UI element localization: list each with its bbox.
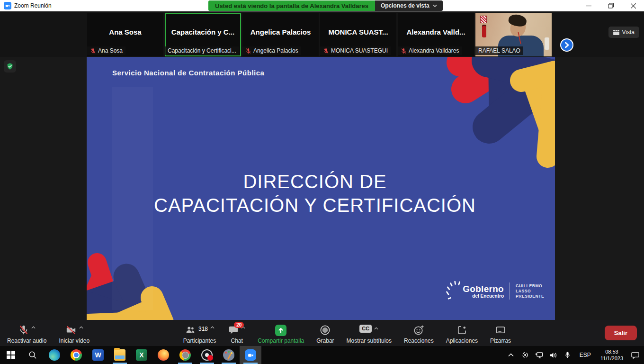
whiteboards-label: Pizarras: [490, 337, 511, 344]
tray-network-icon[interactable]: [533, 346, 546, 364]
grid-view-icon: [613, 30, 619, 35]
shield-check-icon: [6, 63, 14, 70]
paint-palette-icon: [223, 349, 234, 361]
fire-extinguisher: [482, 26, 486, 37]
meeting-toolbar: Reactivar audio Iniciar vídeo 318 Partic…: [0, 320, 644, 346]
participant-label: MONICA SUASTEGUI: [331, 47, 388, 54]
search-icon: [28, 351, 37, 359]
participants-button[interactable]: 318 Participantes: [183, 322, 216, 344]
slide-header: Servicio Nacional de Contratación Públic…: [112, 69, 264, 77]
action-center-icon[interactable]: [629, 346, 641, 364]
chat-button[interactable]: 20 Chat: [228, 322, 245, 344]
shared-screen-slide: Servicio Nacional de Contratación Públic…: [87, 57, 555, 320]
taskbar-clock[interactable]: 08:53 11/1/2023: [597, 348, 627, 362]
participant-name: MONICA SUAST...: [320, 28, 396, 36]
start-video-button[interactable]: Iniciar vídeo: [59, 322, 89, 344]
next-participants-button[interactable]: [560, 38, 573, 52]
participant-tile[interactable]: Ana Sosa Ana Sosa: [87, 13, 163, 56]
taskbar-chrome[interactable]: [65, 346, 87, 364]
security-shield-button[interactable]: [4, 60, 16, 73]
restore-button[interactable]: [604, 0, 618, 11]
participant-tile[interactable]: Angelica Palacios Angelica Palacios: [242, 13, 319, 56]
taskbar-paint[interactable]: [218, 346, 240, 364]
muted-mic-icon: [245, 48, 251, 54]
tray-volume-icon[interactable]: [547, 346, 560, 364]
minimize-button[interactable]: [581, 0, 596, 11]
view-options-label: Opciones de vista: [381, 2, 429, 9]
reactions-button[interactable]: Reacciones: [404, 322, 434, 344]
windows-logo-icon: [7, 351, 15, 359]
tray-obs-icon[interactable]: [519, 346, 531, 364]
tray-mic-icon[interactable]: [562, 346, 574, 364]
participant-name: Alexandra Valld...: [398, 28, 474, 36]
muted-mic-icon: [401, 48, 407, 54]
view-options-button[interactable]: Opciones de vista: [375, 0, 443, 11]
vista-label: Vista: [622, 29, 635, 36]
participant-name: Capacitación y C...: [165, 28, 241, 36]
chevron-up-icon[interactable]: [374, 327, 378, 330]
obs-icon: [201, 349, 213, 361]
captions-button[interactable]: CC Mostrar subtítulos: [347, 322, 392, 344]
taskbar-word[interactable]: W: [87, 346, 109, 364]
chevron-up-icon[interactable]: [31, 326, 36, 329]
slide-title-line2: CAPACITACIÓN Y CERTIFICACIÓN: [87, 193, 543, 217]
taskbar-file-explorer[interactable]: [109, 346, 131, 364]
participant-tile-video[interactable]: RAFAEL SALAO: [475, 13, 552, 56]
share-screen-button[interactable]: Compartir pantalla: [258, 322, 304, 344]
reactions-smiley-icon: [413, 325, 424, 336]
record-label: Grabar: [316, 337, 334, 344]
gobierno-logo-name: Gobierno: [463, 284, 504, 294]
close-button[interactable]: [626, 0, 640, 11]
gobierno-logo-sub: del Encuentro: [472, 293, 504, 299]
taskbar-chrome-profile[interactable]: [174, 346, 196, 364]
whiteboards-button[interactable]: Pizarras: [490, 322, 511, 344]
unmute-audio-label: Reactivar audio: [7, 337, 46, 344]
chevron-right-icon: [564, 42, 570, 48]
search-button[interactable]: [22, 346, 44, 364]
participant-tile-active-speaker[interactable]: Capacitación y C... Capacitación y Certi…: [165, 13, 241, 56]
apps-button[interactable]: Aplicaciones: [446, 322, 478, 344]
unmute-audio-button[interactable]: Reactivar audio: [7, 322, 46, 344]
slide-title-line1: DIRECCIÓN DE: [87, 170, 543, 193]
muted-mic-icon: [18, 325, 29, 335]
participants-count: 318: [198, 326, 208, 332]
chevron-down-icon: [433, 4, 437, 7]
vista-view-button[interactable]: Vista: [608, 27, 639, 38]
bottle: [545, 37, 549, 50]
taskbar-excel[interactable]: X: [131, 346, 152, 364]
muted-mic-icon: [90, 48, 96, 54]
window-titlebar: Zoom Reunión Usted está viendo la pantal…: [0, 0, 644, 11]
edge-icon: [49, 349, 60, 361]
wall-sign: [480, 16, 487, 23]
word-letter: W: [95, 351, 101, 359]
taskbar-firefox[interactable]: [152, 346, 174, 364]
chat-label: Chat: [231, 337, 243, 344]
screen-share-banner: Usted está viendo la pantalla de Alexand…: [208, 0, 375, 11]
chevron-up-icon[interactable]: [79, 326, 83, 329]
cc-icon: CC: [359, 325, 372, 333]
zoom-meeting-window: Zoom Reunión Usted está viendo la pantal…: [0, 0, 644, 364]
taskbar-edge[interactable]: [44, 346, 65, 364]
language-indicator[interactable]: ESP: [576, 352, 595, 358]
taskbar-obs[interactable]: [196, 346, 218, 364]
record-icon: [320, 325, 331, 336]
muted-mic-icon: [323, 48, 329, 54]
zoom-icon: [245, 349, 256, 361]
leave-meeting-button[interactable]: Salir: [605, 326, 637, 340]
start-button[interactable]: [0, 346, 22, 364]
participant-tile[interactable]: Alexandra Valld... Alexandra Valldares: [398, 13, 474, 56]
start-video-label: Iniciar vídeo: [59, 337, 89, 344]
chrome-profile-icon: [179, 349, 191, 361]
record-button[interactable]: Grabar: [316, 322, 334, 344]
tray-chevron-up[interactable]: [505, 346, 517, 364]
participant-tile[interactable]: MONICA SUAST... MONICA SUASTEGUI: [320, 13, 396, 56]
participant-name: Ana Sosa: [87, 28, 163, 36]
participant-label: Angelica Palacios: [253, 47, 298, 54]
chevron-up-icon[interactable]: [210, 326, 215, 329]
participant-label: Alexandra Valldares: [409, 47, 459, 54]
participant-label: Capacitación y Certificaci...: [168, 47, 236, 54]
participant-label: RAFAEL SALAO: [478, 47, 520, 54]
windows-taskbar: W X ESP 08:53: [0, 346, 644, 364]
taskbar-zoom[interactable]: [240, 346, 261, 364]
participant-name: Angelica Palacios: [242, 28, 319, 36]
